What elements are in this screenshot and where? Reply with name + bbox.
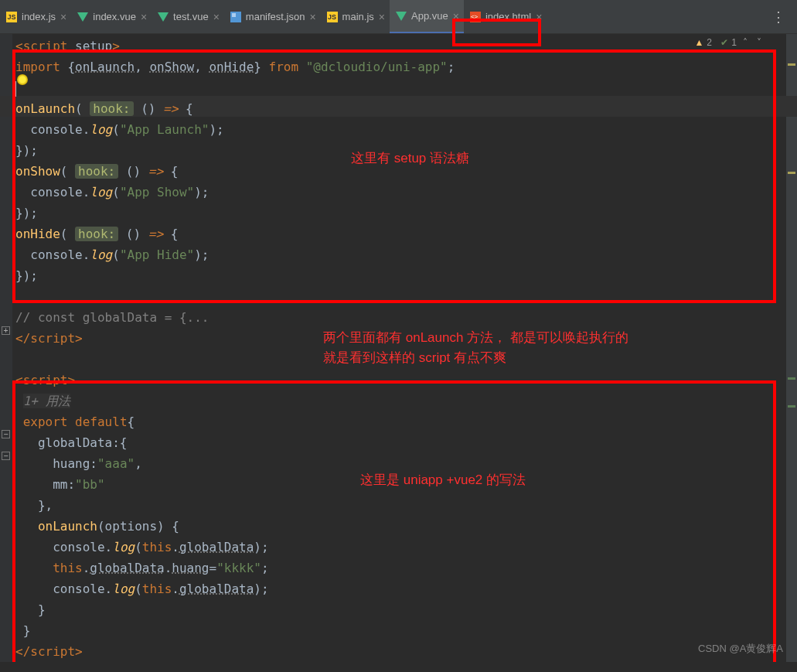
tab-label: test.vue	[173, 11, 209, 22]
tab-label: index.vue	[93, 11, 136, 22]
tab-index-js[interactable]: index.js×	[0, 0, 71, 33]
tabs-overflow-menu[interactable]: ⋮	[771, 9, 797, 25]
js-icon	[6, 12, 17, 22]
annotation-box	[12, 49, 776, 303]
tab-label: manifest.json	[246, 11, 305, 22]
annotation-box	[12, 380, 776, 662]
json-icon	[230, 12, 241, 22]
annotation-box	[452, 19, 541, 46]
vue-icon	[396, 12, 407, 21]
tab-test-vue[interactable]: test.vue×	[152, 0, 224, 33]
close-icon[interactable]: ×	[309, 12, 315, 22]
editor-tab-bar: index.js× index.vue× test.vue× manifest.…	[0, 0, 797, 34]
close-icon[interactable]: ×	[379, 12, 385, 22]
close-icon[interactable]: ×	[213, 12, 220, 22]
tab-label: main.js	[342, 11, 374, 22]
close-icon[interactable]: ×	[60, 12, 66, 22]
vue-icon	[77, 12, 88, 22]
tab-main-js[interactable]: main.js×	[321, 0, 390, 33]
vue-icon	[158, 12, 169, 22]
js-icon	[327, 12, 338, 22]
watermark: CSDN @A黄俊辉A	[698, 642, 783, 656]
tab-label: index.js	[22, 11, 56, 22]
tab-index-vue[interactable]: index.vue×	[71, 0, 152, 33]
tab-label: App.vue	[411, 10, 448, 22]
close-icon[interactable]: ×	[141, 12, 147, 22]
tab-manifest-json[interactable]: manifest.json×	[224, 0, 321, 33]
